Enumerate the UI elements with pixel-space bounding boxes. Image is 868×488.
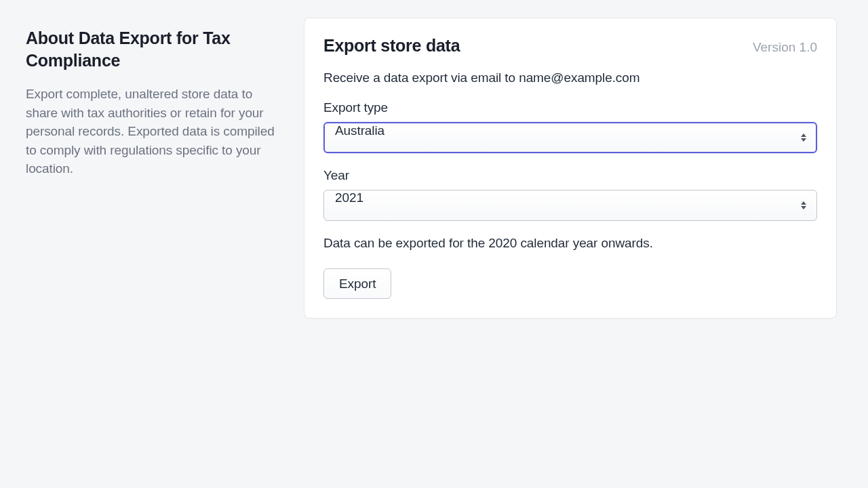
version-label: Version 1.0 bbox=[753, 40, 817, 55]
card-header: Export store data Version 1.0 bbox=[323, 36, 817, 56]
sidebar-description: Export complete, unaltered store data to… bbox=[26, 85, 283, 178]
card-title: Export store data bbox=[323, 36, 460, 56]
sidebar-title: About Data Export for Tax Compliance bbox=[26, 27, 283, 71]
year-label: Year bbox=[323, 168, 817, 183]
year-select-wrap: 2021 bbox=[323, 190, 817, 221]
sidebar: About Data Export for Tax Compliance Exp… bbox=[26, 18, 283, 319]
export-type-select-wrap: Australia bbox=[323, 122, 817, 153]
export-button[interactable]: Export bbox=[323, 268, 391, 299]
intro-text: Receive a data export via email to name@… bbox=[323, 70, 817, 85]
year-select[interactable]: 2021 bbox=[323, 190, 817, 221]
export-type-label: Export type bbox=[323, 100, 817, 115]
export-type-select[interactable]: Australia bbox=[323, 122, 817, 153]
export-card: Export store data Version 1.0 Receive a … bbox=[304, 18, 837, 319]
helper-text: Data can be exported for the 2020 calend… bbox=[323, 236, 817, 251]
